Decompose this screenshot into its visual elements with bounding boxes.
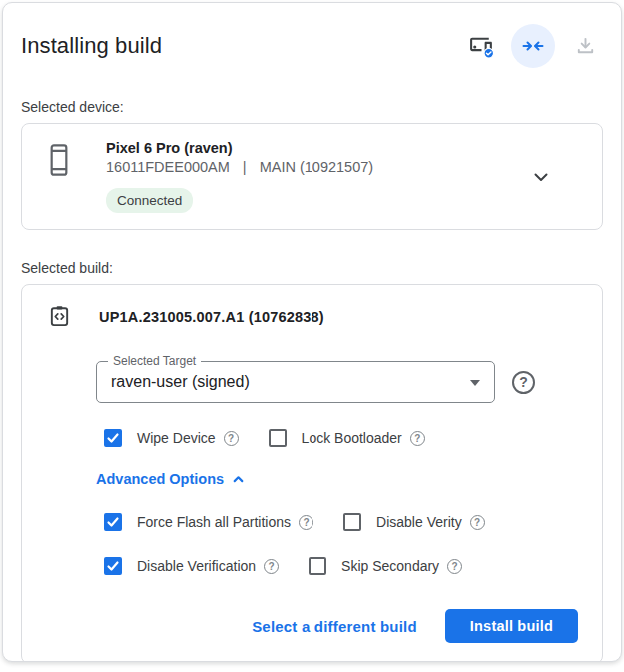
device-branch: MAIN (10921507) [260,159,373,175]
device-name: Pixel 6 Pro (raven) [106,140,373,156]
option-wipe-device: Wipe Device [104,429,239,447]
device-details: 16011FDEE000AM|MAIN (10921507) [106,159,373,175]
help-icon[interactable] [470,515,485,530]
checkbox-label: Lock Bootloader [302,430,402,446]
checkbox-label: Force Flash all Partitions [137,514,291,530]
option-skip-secondary: Skip Secondary [309,557,462,575]
device-info: Pixel 6 Pro (raven) 16011FDEE000AM|MAIN … [106,140,373,213]
disable-verification-checkbox[interactable] [104,557,122,575]
check-icon [106,515,120,529]
build-card: UP1A.231005.007.A1 (10762838) Selected T… [21,284,603,662]
target-help-icon[interactable] [512,371,535,394]
wipe-device-checkbox[interactable] [104,429,122,447]
dropdown-arrow-icon [470,380,480,386]
check-icon [106,431,120,445]
status-badge: Connected [106,188,193,213]
build-body: Selected Target raven-user (signed) Wipe… [96,361,578,643]
option-disable-verification: Disable Verification [104,557,279,575]
target-select-value: raven-user (signed) [97,362,494,402]
help-icon[interactable] [224,431,239,446]
help-icon[interactable] [264,559,279,574]
option-lock-bootloader: Lock Bootloader [269,429,425,447]
header-toolbar [463,24,603,68]
selected-device-label: Selected device: [21,99,603,115]
checkbox-label: Skip Secondary [341,558,439,574]
skip-secondary-checkbox[interactable] [309,557,326,575]
checkbox-label: Disable Verification [137,558,256,574]
options-row-main: Wipe Device Lock Bootloader [104,429,578,447]
build-name: UP1A.231005.007.A1 (10762838) [99,309,324,325]
help-icon[interactable] [447,559,462,574]
dialog-header: Installing build [21,23,603,69]
chevron-down-icon [529,165,553,189]
help-icon[interactable] [299,515,313,530]
connect-arrows-icon [521,34,545,58]
checkbox-label: Disable Verity [376,514,462,530]
device-summary: Pixel 6 Pro (raven) 16011FDEE000AM|MAIN … [46,140,528,213]
target-select-row: Selected Target raven-user (signed) [96,361,578,403]
chevron-up-icon [232,473,245,486]
option-force-flash: Force Flash all Partitions [104,513,313,531]
disable-verity-checkbox[interactable] [343,513,361,531]
force-flash-checkbox[interactable] [104,513,122,531]
install-build-button[interactable]: Install build [445,609,578,643]
device-serial: 16011FDEE000AM [106,159,230,175]
connect-device-button[interactable] [511,24,555,68]
target-select[interactable]: Selected Target raven-user (signed) [96,361,495,403]
advanced-options-toggle[interactable]: Advanced Options [96,471,245,487]
smartphone-icon [48,143,70,177]
build-header: UP1A.231005.007.A1 (10762838) [48,305,578,328]
actions-row: Select a different build Install build [96,609,578,643]
help-icon[interactable] [410,431,425,446]
lock-bootloader-checkbox[interactable] [269,429,287,447]
download-build-button[interactable] [567,28,603,64]
checkbox-label: Wipe Device [137,430,216,446]
target-select-label: Selected Target [108,354,201,368]
advanced-options-label: Advanced Options [96,471,224,487]
build-code-icon [48,305,71,328]
page-title: Installing build [21,33,162,59]
device-status-icon[interactable] [463,28,499,64]
select-different-build-link[interactable]: Select a different build [252,618,417,635]
devices-icon [468,33,495,59]
device-expand-button[interactable] [528,164,554,190]
check-icon [106,559,120,573]
options-row-advanced-2: Disable Verification Skip Secondary [104,557,578,575]
device-separator: | [243,159,247,175]
device-card: Pixel 6 Pro (raven) 16011FDEE000AM|MAIN … [21,123,603,230]
options-row-advanced-1: Force Flash all Partitions Disable Verit… [104,513,578,531]
installing-build-dialog: Installing build [2,2,622,662]
selected-build-label: Selected build: [21,260,603,276]
option-disable-verity: Disable Verity [343,513,485,531]
download-icon [574,35,597,58]
